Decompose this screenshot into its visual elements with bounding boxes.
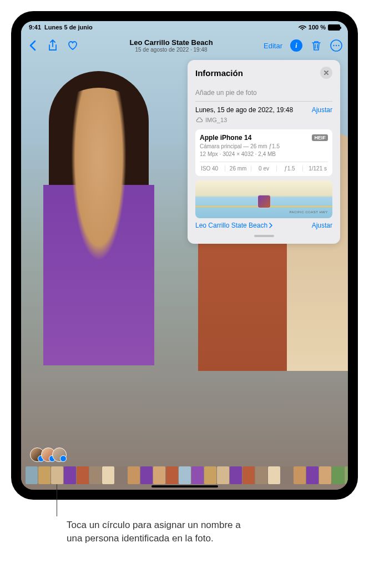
thumbnail[interactable] [319,466,331,484]
thumbnail[interactable] [77,466,89,484]
share-button[interactable] [47,39,59,52]
exif-ev: 0 ev [251,165,277,172]
wifi-icon [299,24,306,30]
close-info-button[interactable] [320,67,332,79]
info-panel: Información Añade un pie de foto Lunes, … [188,60,340,244]
exif-focal: 26 mm [225,165,251,172]
thumbnail[interactable] [217,466,229,484]
info-panel-title: Información [195,68,243,78]
thumbnail[interactable] [281,466,293,484]
edit-button[interactable]: Editar [264,42,282,50]
thumbnail[interactable] [204,466,216,484]
photo-datetime: Lunes, 15 de ago de 2022, 19:48 [195,106,293,114]
people-circles-row [30,448,63,462]
info-button[interactable]: i [290,39,302,52]
thumbnail[interactable] [179,466,191,484]
adjust-datetime-button[interactable]: Ajustar [312,106,332,114]
thumbnail[interactable] [102,466,114,484]
more-button[interactable] [330,39,342,52]
thumbnail[interactable] [115,466,127,484]
thumbnail[interactable] [332,466,344,484]
status-time: 9:41 [29,24,41,31]
callout-text: Toca un círculo para asignar un nombre a… [67,505,244,545]
person-circle[interactable] [52,448,67,462]
status-bar: 9:41 Lunes 5 de junio 100 % [21,21,348,33]
panel-handle[interactable] [254,235,274,237]
cloud-icon [195,116,203,124]
nav-bar: Leo Carrillo State Beach 15 de agosto de… [21,34,348,57]
map-pin-icon [257,195,271,208]
camera-specs: 12 Mpx · 3024 × 4032 · 2,4 MB [200,150,328,158]
svg-point-3 [338,45,339,46]
thumbnail[interactable] [153,466,165,484]
trash-button[interactable] [310,39,322,52]
exif-iso: ISO 40 [200,165,225,172]
thumbnail[interactable] [255,466,267,484]
ipad-device-frame: 9:41 Lunes 5 de junio 100 % [11,11,358,500]
thumbnail[interactable] [345,466,348,484]
caption-input[interactable]: Añade un pie de foto [195,84,332,102]
thumbnail[interactable] [242,466,255,484]
camera-info-card: Apple iPhone 14 HEIF Cámara principal — … [195,129,332,176]
photo-title: Leo Carrillo State Beach [79,38,264,47]
thumbnail[interactable] [26,466,38,484]
thumbnail[interactable] [268,466,280,484]
battery-percent: 100 % [309,24,326,31]
thumbnail[interactable] [64,466,76,484]
svg-point-1 [333,45,334,46]
photo-subtitle: 15 de agosto de 2022 · 19:48 [79,47,264,53]
adjust-location-button[interactable]: Ajustar [312,222,332,229]
battery-icon [328,24,340,31]
thumbnail[interactable] [140,466,153,484]
exif-shutter: 1/121 s [303,165,328,172]
exif-row: ISO 40 26 mm 0 ev ƒ1.5 1/121 s [200,162,328,172]
thumbnail-strip[interactable] [21,466,348,484]
home-indicator[interactable] [151,485,218,488]
thumbnail[interactable] [38,466,50,484]
back-button[interactable] [27,39,39,52]
thumbnail[interactable] [191,466,204,484]
thumbnail[interactable] [128,466,140,484]
thumbnail[interactable] [306,466,319,484]
exif-aperture: ƒ1.5 [277,165,302,172]
favorite-button[interactable] [67,39,79,52]
screen: 9:41 Lunes 5 de junio 100 % [21,21,348,490]
thumbnail[interactable] [51,466,63,484]
svg-point-2 [336,45,337,46]
thumbnail[interactable] [166,466,178,484]
camera-lens: Cámara principal — 26 mm ƒ1.5 [200,143,328,150]
thumbnail[interactable] [230,466,242,484]
thumbnail[interactable] [294,466,306,484]
camera-model: Apple iPhone 14 [200,134,251,142]
location-link[interactable]: Leo Carrillo State Beach [195,222,273,229]
status-date: Lunes 5 de junio [44,24,93,31]
thumbnail[interactable] [89,466,102,484]
map-road-label: PACIFIC COAST HWY [289,210,328,214]
help-callout: Toca un círculo para asignar un nombre a… [11,505,358,562]
format-badge: HEIF [312,134,328,141]
photo-filename: IMG_13 [205,117,227,123]
location-map[interactable]: PACIFIC COAST HWY [195,180,332,218]
